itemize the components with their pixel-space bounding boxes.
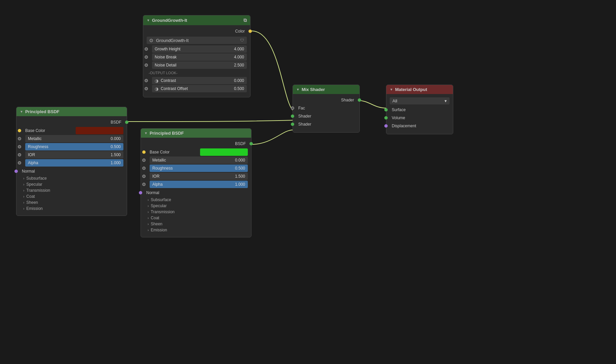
fac-row: Fac xyxy=(293,104,359,112)
chevron-right-icon-10: › xyxy=(148,216,149,220)
transmission-collapse-1[interactable]: › Transmission xyxy=(16,187,127,193)
metallic-label-1: Metallic xyxy=(28,136,42,141)
groundgrowth-dropdown[interactable]: ⊙ GroundGrowth-It 🛡 xyxy=(147,37,247,44)
chevron-icon-ms: ▼ xyxy=(296,88,300,91)
bsdf-output-row-2: BSDF xyxy=(141,140,251,148)
ior-row-2: IOR 1.500 xyxy=(144,173,248,180)
chevron-icon: ▼ xyxy=(147,18,150,22)
material-output-node: ▼ Material Output All ▾ Surface Volume D… xyxy=(386,85,453,134)
shield-icon: 🛡 xyxy=(240,38,244,43)
groundgrowth-title: GroundGrowth-It xyxy=(152,18,187,23)
metallic-label-2: Metallic xyxy=(152,158,166,163)
ior-socket-1[interactable] xyxy=(18,153,21,156)
all-label: All xyxy=(392,98,397,103)
subsurface-collapse-1[interactable]: › Subsurface xyxy=(16,175,127,181)
alpha-socket-1[interactable] xyxy=(18,161,21,165)
noise-break-label: Noise Break xyxy=(155,55,177,59)
coat-label-1: Coat xyxy=(26,194,35,199)
growth-height-row: Growth Height 4.000 xyxy=(147,45,247,53)
contrast-offset-label: Contrast Offset xyxy=(161,86,188,91)
growth-height-value: 4.000 xyxy=(234,47,244,51)
mix-shader-node: ▼ Mix Shader Shader Fac Shader Shader xyxy=(293,85,360,133)
bsdf-socket-2[interactable] xyxy=(249,142,253,145)
ior-row-1: IOR 1.500 xyxy=(20,151,123,158)
roughness-socket-2[interactable] xyxy=(142,167,146,170)
specular-collapse-2[interactable]: › Specular xyxy=(141,203,251,209)
subsurface-label-1: Subsurface xyxy=(26,176,47,181)
transmission-label-2: Transmission xyxy=(151,210,175,214)
surface-socket[interactable] xyxy=(384,108,388,111)
normal-row-2: Normal xyxy=(141,189,251,197)
emission-collapse-1[interactable]: › Emission xyxy=(16,206,127,212)
surface-row: Surface xyxy=(386,106,453,114)
bsdf-socket-1[interactable] xyxy=(125,121,128,124)
chevron-right-icon-12: › xyxy=(148,228,149,232)
principled-bsdf-2-header: ▼ Principled BSDF xyxy=(141,129,251,138)
base-color-row-1: Base Color xyxy=(20,127,123,134)
shader-output-socket[interactable] xyxy=(358,98,361,102)
ior-label-1: IOR xyxy=(28,152,35,157)
coat-collapse-2[interactable]: › Coat xyxy=(141,215,251,221)
subsurface-label-2: Subsurface xyxy=(151,197,171,202)
normal-socket-2[interactable] xyxy=(139,191,142,194)
specular-collapse-1[interactable]: › Specular xyxy=(16,181,127,187)
base-color-socket-1[interactable] xyxy=(18,129,21,132)
shader-input-socket-2[interactable] xyxy=(291,123,294,126)
normal-row-1: Normal xyxy=(16,167,127,175)
alpha-socket-2[interactable] xyxy=(142,183,146,186)
volume-row: Volume xyxy=(386,114,453,122)
fac-socket[interactable] xyxy=(291,106,294,110)
chevron-right-icon: › xyxy=(23,177,24,180)
growth-height-socket[interactable] xyxy=(145,47,148,51)
noise-break-socket[interactable] xyxy=(145,55,148,59)
ior-socket-2[interactable] xyxy=(142,175,146,178)
chevron-icon: ▼ xyxy=(20,110,23,113)
chevron-right-icon-8: › xyxy=(148,204,149,208)
displacement-socket[interactable] xyxy=(384,124,388,128)
sheen-collapse-1[interactable]: › Sheen xyxy=(16,199,127,206)
metallic-socket-2[interactable] xyxy=(142,158,146,162)
texture-icon: ⊙ xyxy=(149,38,153,43)
base-color-swatch-1[interactable] xyxy=(76,127,123,134)
color-output-row: Color xyxy=(143,27,250,35)
material-output-dropdown[interactable]: All ▾ xyxy=(390,97,450,104)
alpha-row-2: Alpha 1.000 xyxy=(144,181,248,188)
volume-label: Volume xyxy=(386,116,405,120)
base-color-socket-2[interactable] xyxy=(142,150,146,154)
copy-icon[interactable]: ⧉ xyxy=(243,17,247,23)
normal-socket-1[interactable] xyxy=(14,170,18,173)
color-output-label: Color xyxy=(235,29,245,34)
emission-collapse-2[interactable]: › Emission xyxy=(141,227,251,233)
coat-collapse-1[interactable]: › Coat xyxy=(16,193,127,199)
mix-shader-title: Mix Shader xyxy=(302,87,325,92)
coat-label-2: Coat xyxy=(151,216,159,220)
alpha-row-1: Alpha 1.000 xyxy=(20,159,123,167)
noise-break-value: 4.000 xyxy=(234,55,244,59)
volume-socket[interactable] xyxy=(384,116,388,120)
base-color-row-2: Base Color xyxy=(144,148,248,156)
roughness-socket-1[interactable] xyxy=(18,145,21,148)
sheen-collapse-2[interactable]: › Sheen xyxy=(141,221,251,227)
shader-input-socket-1[interactable] xyxy=(291,115,294,118)
contrast-value: 0.000 xyxy=(234,78,244,83)
contrast-socket[interactable] xyxy=(145,79,148,82)
metallic-row-1: Metallic 0.000 xyxy=(20,135,123,142)
alpha-label-2: Alpha xyxy=(152,182,163,187)
transmission-collapse-2[interactable]: › Transmission xyxy=(141,209,251,215)
dropdown-chevron-icon: ▾ xyxy=(445,98,447,103)
bsdf-output-row-1: BSDF xyxy=(16,118,127,126)
metallic-socket-1[interactable] xyxy=(18,137,21,140)
sheen-label-2: Sheen xyxy=(151,222,162,226)
subsurface-collapse-2[interactable]: › Subsurface xyxy=(141,197,251,203)
chevron-right-icon-7: › xyxy=(148,198,149,202)
color-socket[interactable] xyxy=(248,30,252,33)
roughness-value-1: 0.500 xyxy=(111,144,121,149)
groundgrowth-node: ▼ GroundGrowth-It ⧉ Color ⊙ GroundGrowth… xyxy=(143,15,251,97)
shader-input-row-2: Shader xyxy=(293,120,359,128)
emission-label-2: Emission xyxy=(151,228,167,232)
noise-detail-socket[interactable] xyxy=(145,63,148,67)
noise-break-row: Noise Break 4.000 xyxy=(147,53,247,61)
contrast-offset-socket[interactable] xyxy=(145,87,148,90)
chevron-icon-mo: ▼ xyxy=(390,88,393,91)
base-color-swatch-2[interactable] xyxy=(200,148,248,156)
